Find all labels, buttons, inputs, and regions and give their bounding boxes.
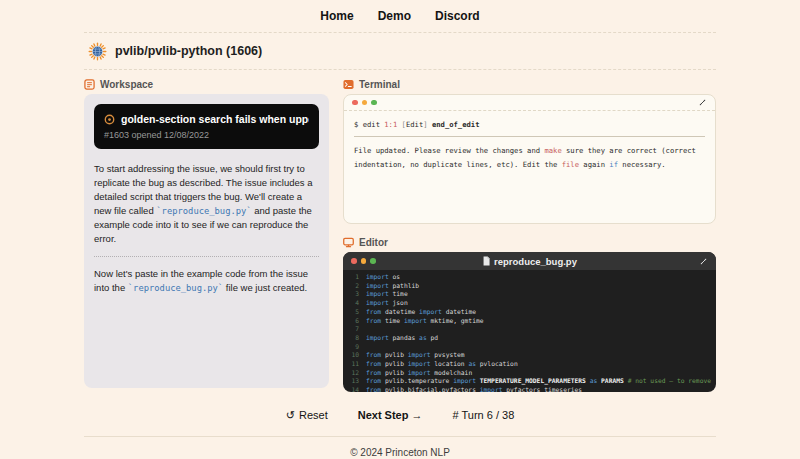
code-token: from xyxy=(366,386,381,392)
text-segment: `reproduce_bug.py` xyxy=(128,283,223,293)
code-token: pvfactors_timeseries xyxy=(503,386,583,392)
code-token: pvsystem xyxy=(430,351,464,360)
terminal-expand-icon[interactable] xyxy=(698,98,707,107)
terminal-body: $ edit 1:1 [Edit] end_of_edit File updat… xyxy=(344,111,715,179)
workspace-label: Workspace xyxy=(100,79,153,90)
top-nav: Home Demo Discord xyxy=(84,0,716,32)
code-line: 7 xyxy=(349,325,710,334)
code-token: from xyxy=(366,351,381,360)
agent-message: To start addressing the issue, we should… xyxy=(94,162,319,246)
code-line: 13from pvlib.temperature import TEMPERAT… xyxy=(349,377,710,386)
text-segment: make xyxy=(544,146,561,155)
line-number: 1 xyxy=(349,273,359,282)
code-line: 14from pvlib.bifacial.pvfactors import p… xyxy=(349,386,710,392)
editor-filename: reproduce_bug.py xyxy=(482,256,577,267)
copyright-text: © 2024 Princeton NLP xyxy=(350,447,450,458)
code-token: json xyxy=(389,299,408,308)
workspace-panel: golden-section search fails when upper a… xyxy=(84,94,329,388)
code-token: pvlib xyxy=(381,351,408,360)
footer: © 2024 Princeton NLP xyxy=(84,437,716,459)
line-number: 7 xyxy=(349,325,359,334)
text-segment: ] xyxy=(423,120,427,129)
code-token: pvlocation xyxy=(476,360,518,369)
reset-button[interactable]: ↺ Reset xyxy=(286,409,328,422)
line-number: 12 xyxy=(349,369,359,378)
code-line: 5from datetime import datetime xyxy=(349,308,710,317)
line-number: 5 xyxy=(349,308,359,317)
code-token: TEMPERATURE_MODEL_PARAMETERS xyxy=(476,377,590,386)
issue-open-icon xyxy=(104,114,115,125)
code-token: pvlib.bifacial.pvfactors xyxy=(381,386,480,392)
issue-card[interactable]: golden-section search fails when upper a… xyxy=(94,104,319,149)
code-token: # not used — to remove xyxy=(628,377,711,386)
code-line: 3import time xyxy=(349,290,710,299)
terminal-label: Terminal xyxy=(359,79,400,90)
text-segment: $ edit xyxy=(354,120,384,129)
code-token: import xyxy=(366,334,389,343)
traffic-light-dots xyxy=(351,258,376,264)
header-divider xyxy=(84,69,716,70)
terminal-output: File updated. Please review the changes … xyxy=(354,144,705,172)
code-token: import xyxy=(408,360,431,369)
code-token: modelchain xyxy=(430,369,472,378)
page: Home Demo Discord xyxy=(84,0,716,459)
line-number: 4 xyxy=(349,299,359,308)
line-number: 13 xyxy=(349,377,359,386)
nav-item-discord[interactable]: Discord xyxy=(435,9,480,23)
code-line: 10from pvlib import pvsystem xyxy=(349,351,710,360)
terminal-command: $ edit 1:1 [Edit] end_of_edit xyxy=(354,118,705,132)
code-token: import xyxy=(480,386,503,392)
code-line: 4import json xyxy=(349,299,710,308)
terminal-separator xyxy=(354,136,705,137)
next-step-button[interactable]: Next Step → xyxy=(358,409,423,421)
text-segment: if xyxy=(609,160,618,169)
text-segment: file we just created. xyxy=(223,282,307,293)
code-token: datetime xyxy=(381,308,419,317)
line-number: 3 xyxy=(349,290,359,299)
maximize-dot-icon xyxy=(371,100,377,106)
close-dot-icon xyxy=(351,258,357,264)
code-area: 1import os2import pathlib3import time4im… xyxy=(343,270,716,392)
code-token: from xyxy=(366,360,381,369)
editor-label-row: Editor xyxy=(343,232,716,252)
text-segment: Edit xyxy=(406,120,423,129)
message-divider xyxy=(94,256,319,257)
workspace-journal-icon xyxy=(84,79,95,90)
text-segment: file xyxy=(562,160,579,169)
editor-expand-icon[interactable] xyxy=(699,257,708,266)
close-dot-icon xyxy=(352,100,358,106)
code-token: import xyxy=(404,317,427,326)
workspace-label-row: Workspace xyxy=(84,74,329,94)
reset-icon: ↺ xyxy=(286,409,295,422)
code-token: import xyxy=(366,290,389,299)
editor-label: Editor xyxy=(359,237,388,248)
terminal-icon xyxy=(343,79,354,90)
code-token: import xyxy=(366,282,389,291)
code-token: os xyxy=(389,273,400,282)
editor-monitor-icon xyxy=(343,237,354,248)
code-token: from xyxy=(366,369,381,378)
code-line: 6from time import mktime, gmtime xyxy=(349,317,710,326)
file-icon xyxy=(482,256,490,266)
text-segment: again xyxy=(579,160,609,169)
code-token: mktime, gmtime xyxy=(427,317,484,326)
code-line: 2import pathlib xyxy=(349,282,710,291)
code-token: from xyxy=(366,317,381,326)
workspace-column: Workspace golden-section search fails wh… xyxy=(84,74,329,392)
code-token: import xyxy=(408,369,431,378)
code-token: from xyxy=(366,377,381,386)
nav-item-demo[interactable]: Demo xyxy=(378,9,411,23)
code-line: 11from pvlib import location as pvlocati… xyxy=(349,360,710,369)
line-number: 8 xyxy=(349,334,359,343)
code-token: PARAMS xyxy=(597,377,627,386)
minimize-dot-icon xyxy=(362,100,368,106)
text-segment: 1:1 xyxy=(384,120,397,129)
text-segment: end_of_edit xyxy=(432,120,480,129)
editor-window: reproduce_bug.py 1import os2import pathl… xyxy=(343,252,716,392)
nav-item-home[interactable]: Home xyxy=(320,9,353,23)
minimize-dot-icon xyxy=(361,258,367,264)
line-number: 9 xyxy=(349,343,359,352)
maximize-dot-icon xyxy=(370,258,376,264)
code-token: pandas xyxy=(389,334,419,343)
code-token: pvlib xyxy=(381,360,408,369)
